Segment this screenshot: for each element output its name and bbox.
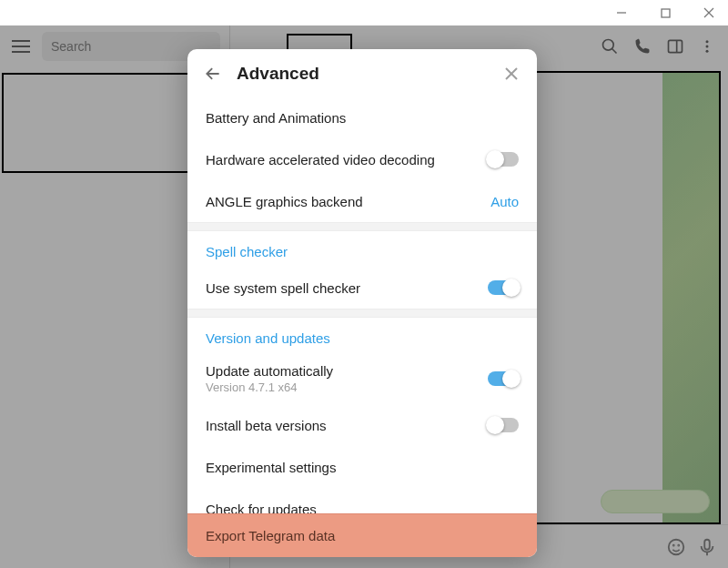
row-check-updates[interactable]: Check for updates bbox=[187, 488, 537, 513]
toggle-system-spellchecker[interactable] bbox=[488, 280, 519, 295]
row-install-beta[interactable]: Install beta versions bbox=[187, 404, 537, 446]
angle-value: Auto bbox=[490, 194, 519, 209]
close-button[interactable] bbox=[500, 63, 522, 85]
section-divider bbox=[187, 309, 537, 318]
row-battery-animations[interactable]: Battery and Animations bbox=[187, 98, 537, 138]
export-label: Export Telegram data bbox=[206, 528, 335, 543]
export-telegram-data[interactable]: Export Telegram data bbox=[187, 513, 537, 557]
row-system-spellchecker[interactable]: Use system spell checker bbox=[187, 267, 537, 309]
row-label: Experimental settings bbox=[206, 460, 336, 475]
window-minimize-button[interactable] bbox=[608, 3, 635, 23]
row-label: Update automatically bbox=[206, 363, 333, 379]
settings-modal: Advanced Battery and Animations Hardware… bbox=[187, 49, 537, 557]
row-label: Check for updates bbox=[206, 502, 317, 514]
version-text: Version 4.7.1 x64 bbox=[206, 380, 333, 394]
back-button[interactable] bbox=[202, 63, 224, 85]
row-label: Use system spell checker bbox=[206, 280, 360, 296]
row-update-automatically[interactable]: Update automatically Version 4.7.1 x64 bbox=[187, 353, 537, 404]
window-maximize-button[interactable] bbox=[652, 3, 679, 23]
toggle-install-beta[interactable] bbox=[488, 418, 519, 432]
row-label: Install beta versions bbox=[206, 418, 327, 433]
row-label: ANGLE graphics backend bbox=[206, 194, 363, 209]
section-divider bbox=[187, 222, 537, 231]
row-hardware-decode[interactable]: Hardware accelerated video decoding bbox=[187, 138, 537, 180]
row-angle-backend[interactable]: ANGLE graphics backend Auto bbox=[187, 180, 537, 222]
row-label: Battery and Animations bbox=[206, 110, 346, 126]
modal-title: Advanced bbox=[237, 64, 488, 84]
section-version-updates: Version and updates bbox=[187, 318, 537, 353]
section-spellchecker: Spell checker bbox=[187, 231, 537, 267]
toggle-auto-update[interactable] bbox=[488, 371, 519, 386]
toggle-hardware-decode[interactable] bbox=[488, 152, 519, 167]
row-experimental-settings[interactable]: Experimental settings bbox=[187, 446, 537, 488]
window-close-button[interactable] bbox=[695, 3, 723, 23]
svg-rect-1 bbox=[662, 9, 670, 17]
window-titlebar bbox=[0, 0, 728, 25]
row-label: Hardware accelerated video decoding bbox=[206, 152, 435, 167]
